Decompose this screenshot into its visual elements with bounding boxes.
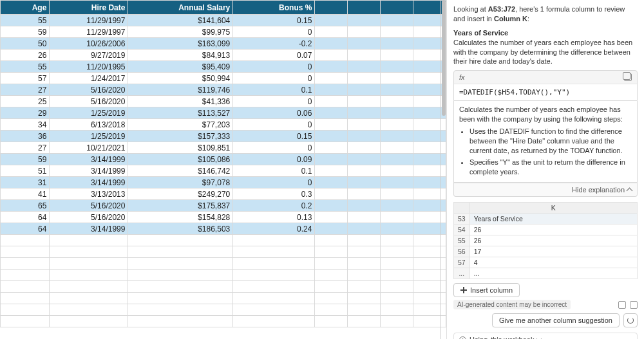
explain-lead: Calculates the number of years each empl…	[459, 105, 632, 124]
vertical-scrollbar[interactable]	[440, 0, 446, 339]
fx-label: fx	[459, 73, 465, 81]
thumbs-down-icon[interactable]	[630, 301, 638, 309]
refresh-icon	[627, 317, 634, 324]
context-link[interactable]: this workbook	[491, 336, 534, 339]
table-row[interactable]	[1, 281, 446, 293]
refresh-button[interactable]	[623, 313, 638, 327]
chevron-down-icon	[536, 336, 542, 339]
spreadsheet-area[interactable]: Age Hire Date Annual Salary Bonus % 5511…	[0, 0, 446, 339]
intro-text: Looking at A53:J72, here's 1 formula col…	[453, 5, 638, 24]
formula-box: fx =DATEDIF($H54,TODAY(),"Y")	[453, 70, 638, 101]
table-row[interactable]: 513/14/1999$146,7420.1	[1, 165, 446, 177]
col-age[interactable]: Age	[1, 1, 50, 15]
table-row[interactable]: 361/25/2019$157,3330.15	[1, 131, 446, 142]
plus-icon	[460, 287, 467, 293]
preview-row: 5426	[454, 224, 638, 235]
table-row[interactable]: 255/16/2020$41,3360	[1, 96, 446, 107]
table-row[interactable]	[1, 246, 446, 258]
ai-disclaimer: AI-generated content may be incorrect	[453, 300, 571, 309]
preview-row: 574	[454, 257, 638, 268]
preview-row: 53Years of Service	[454, 214, 638, 224]
table-row[interactable]: 2710/21/2021$109,8510	[1, 142, 446, 154]
explanation-box: Calculates the number of years each empl…	[453, 101, 638, 183]
context-bar[interactable]: i Using this workbook	[453, 333, 638, 339]
table-row[interactable]	[1, 270, 446, 281]
preview-row: 5617	[454, 246, 638, 257]
table-row[interactable]: 346/13/2018$77,2030	[1, 119, 446, 131]
hide-explanation-button[interactable]: Hide explanation	[453, 183, 638, 197]
table-row[interactable]	[1, 316, 446, 327]
col-bonus[interactable]: Bonus %	[233, 1, 315, 15]
info-icon: i	[459, 336, 466, 339]
table-row[interactable]: 291/25/2019$113,5270.06	[1, 107, 446, 119]
suggestion-desc: Calculates the number of years each empl…	[453, 38, 638, 67]
preview-table: K 53Years of Service542655265617574.....…	[453, 202, 638, 279]
data-table: Age Hire Date Annual Salary Bonus % 5511…	[0, 0, 446, 327]
another-suggestion-button[interactable]: Give me another column suggestion	[492, 313, 620, 327]
suggestion-title: Years of Service	[453, 29, 638, 37]
table-row[interactable]: 593/14/1999$105,0860.09	[1, 154, 446, 165]
explain-bullet: Specifies "Y" as the unit to return the …	[469, 158, 632, 177]
table-row[interactable]	[1, 258, 446, 270]
formula-code[interactable]: =DATEDIF($H54,TODAY(),"Y")	[454, 84, 637, 100]
chevron-up-icon	[627, 188, 633, 194]
copilot-panel: Looking at A53:J72, here's 1 formula col…	[446, 0, 644, 339]
table-row[interactable]: 5010/26/2006$163,099-0.2	[1, 38, 446, 50]
col-hire[interactable]: Hire Date	[50, 1, 128, 15]
thumbs-up-icon[interactable]	[618, 301, 626, 309]
insert-column-button[interactable]: Insert column	[453, 283, 520, 297]
table-row[interactable]	[1, 304, 446, 316]
table-row[interactable]: 655/16/2020$175,8370.2	[1, 200, 446, 212]
table-row[interactable]: 5511/29/1997$141,6040.15	[1, 15, 446, 26]
table-row[interactable]: 269/27/2019$84,9130.07	[1, 50, 446, 61]
table-row[interactable]: 571/24/2017$50,9940	[1, 73, 446, 84]
scrollbar-thumb[interactable]	[442, 0, 446, 116]
copy-icon[interactable]	[624, 73, 632, 81]
table-row[interactable]	[1, 235, 446, 246]
table-row[interactable]: 5511/20/1995$95,4090	[1, 61, 446, 73]
table-row[interactable]: 643/14/1999$186,5030.24	[1, 223, 446, 235]
table-row[interactable]: 413/13/2013$249,2700.3	[1, 188, 446, 200]
table-row[interactable]: 275/16/2020$119,7460.1	[1, 84, 446, 96]
preview-col-letter: K	[469, 203, 637, 214]
table-row[interactable]: 5911/29/1997$99,9750	[1, 26, 446, 38]
explain-bullet: Uses the DATEDIF function to find the di…	[469, 127, 632, 156]
table-row[interactable]: 313/14/1999$97,0780	[1, 177, 446, 188]
preview-row: ......	[454, 268, 638, 279]
table-row[interactable]: 645/16/2020$154,8280.13	[1, 212, 446, 223]
preview-row: 5526	[454, 235, 638, 246]
col-sal[interactable]: Annual Salary	[128, 1, 233, 15]
table-row[interactable]	[1, 293, 446, 304]
header-row: Age Hire Date Annual Salary Bonus %	[1, 1, 446, 15]
